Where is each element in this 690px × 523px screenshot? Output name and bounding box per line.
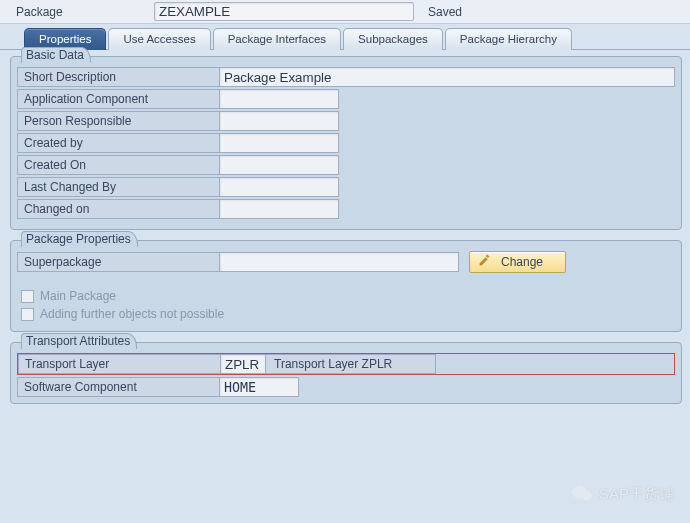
adding-further-checkbox-row[interactable]: Adding further objects not possible [21,307,675,321]
adding-further-label: Adding further objects not possible [40,307,224,321]
wechat-icon [571,484,593,505]
last-changed-by-label: Last Changed By [17,177,219,197]
transport-layer-desc: Transport Layer ZPLR [266,354,436,374]
last-changed-by-input[interactable] [219,177,339,197]
save-status: Saved [428,5,462,19]
package-input[interactable] [154,2,414,21]
group-transport-attributes: Transport Attributes Transport Layer Tra… [10,342,682,404]
superpackage-label: Superpackage [17,252,219,272]
application-component-input[interactable] [219,89,339,109]
changed-on-label: Changed on [17,199,219,219]
pencil-icon [478,254,491,270]
transport-layer-row-highlight: Transport Layer Transport Layer ZPLR [17,353,675,375]
changed-on-input[interactable] [219,199,339,219]
group-basic-data-title: Basic Data [21,47,91,63]
transport-layer-label: Transport Layer [18,354,220,374]
created-on-label: Created On [17,155,219,175]
short-description-input[interactable] [219,67,675,87]
group-transport-attributes-title: Transport Attributes [21,333,137,349]
person-responsible-label: Person Responsible [17,111,219,131]
superpackage-input[interactable] [219,252,459,272]
header-bar: Package Saved [0,0,690,24]
software-component-label: Software Component [17,377,219,397]
transport-layer-code-input[interactable] [220,354,266,374]
checkbox-icon [21,308,34,321]
application-component-label: Application Component [17,89,219,109]
package-label: Package [16,5,146,19]
created-by-label: Created by [17,133,219,153]
created-on-input[interactable] [219,155,339,175]
main-package-checkbox-row[interactable]: Main Package [21,289,675,303]
change-button[interactable]: Change [469,251,566,273]
watermark: SAP干货铺 [571,484,674,505]
tab-subpackages[interactable]: Subpackages [343,28,443,50]
change-button-label: Change [501,255,543,269]
tab-use-accesses[interactable]: Use Accesses [108,28,210,50]
group-package-properties-title: Package Properties [21,231,138,247]
checkbox-icon [21,290,34,303]
created-by-input[interactable] [219,133,339,153]
person-responsible-input[interactable] [219,111,339,131]
software-component-input[interactable] [219,377,299,397]
main-package-label: Main Package [40,289,116,303]
short-description-label: Short Description [17,67,219,87]
tab-package-interfaces[interactable]: Package Interfaces [213,28,341,50]
svg-point-0 [572,486,586,499]
group-package-properties: Package Properties Superpackage Change M… [10,240,682,332]
svg-point-1 [581,491,592,500]
watermark-text: SAP干货铺 [599,485,674,504]
tab-package-hierarchy[interactable]: Package Hierarchy [445,28,572,50]
group-basic-data: Basic Data Short Description Application… [10,56,682,230]
tabstrip: Properties Use Accesses Package Interfac… [0,24,690,50]
